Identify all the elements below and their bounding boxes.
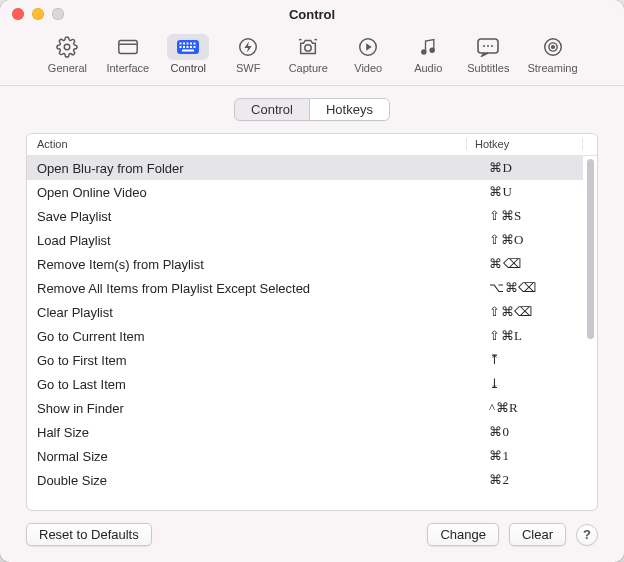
svg-rect-6 <box>187 43 189 45</box>
column-header-spacer <box>583 138 597 150</box>
table-row[interactable]: Save Playlist⇧⌘S <box>27 204 583 228</box>
svg-point-22 <box>487 45 489 47</box>
svg-rect-5 <box>183 43 185 45</box>
table-row[interactable]: Double Size⌘2 <box>27 468 583 492</box>
cell-action: Normal Size <box>27 449 481 464</box>
cell-action: Go to Current Item <box>27 329 481 344</box>
toolbar-label: Audio <box>414 62 442 74</box>
table-row[interactable]: Remove Item(s) from Playlist⌘⌫ <box>27 252 583 276</box>
svg-rect-11 <box>187 46 189 48</box>
toolbar-item-subtitles[interactable]: Subtitles <box>459 30 517 77</box>
window-controls <box>0 8 64 20</box>
svg-rect-9 <box>180 46 182 48</box>
cell-action: Double Size <box>27 473 481 488</box>
cell-hotkey: ⌘D <box>481 160 583 176</box>
cell-hotkey: ⤒ <box>481 352 583 368</box>
table-row[interactable]: Show in Finder^⌘R <box>27 396 583 420</box>
cell-hotkey: ⇧⌘S <box>481 208 583 224</box>
cell-hotkey: ⌘U <box>481 184 583 200</box>
cell-hotkey: ^⌘R <box>481 400 583 416</box>
cell-action: Open Blu-ray from Folder <box>27 161 481 176</box>
toolbar-label: Streaming <box>527 62 577 74</box>
table-row[interactable]: Go to Current Item⇧⌘L <box>27 324 583 348</box>
toolbar-item-swf[interactable]: SWF <box>219 30 277 77</box>
note-icon <box>407 34 449 60</box>
toolbar-label: General <box>48 62 87 74</box>
cell-hotkey: ⌘0 <box>481 424 583 440</box>
toolbar-item-streaming[interactable]: Streaming <box>519 30 585 77</box>
table-body[interactable]: Open Blu-ray from Folder⌘DOpen Online Vi… <box>27 156 597 510</box>
cell-action: Go to Last Item <box>27 377 481 392</box>
cell-action: Open Online Video <box>27 185 481 200</box>
cell-action: Half Size <box>27 425 481 440</box>
toolbar-item-general[interactable]: General <box>38 30 96 77</box>
change-button[interactable]: Change <box>427 523 499 546</box>
svg-rect-8 <box>194 43 196 45</box>
window-title: Control <box>0 7 624 22</box>
table-row[interactable]: Normal Size⌘1 <box>27 444 583 468</box>
preferences-toolbar: GeneralInterfaceControlSWFCaptureVideoAu… <box>0 28 624 86</box>
table-row[interactable]: Open Online Video⌘U <box>27 180 583 204</box>
tab-control[interactable]: Control <box>235 99 309 120</box>
cast-icon <box>532 34 574 60</box>
toolbar-item-interface[interactable]: Interface <box>98 30 157 77</box>
svg-point-18 <box>422 50 426 54</box>
minimize-window-button[interactable] <box>32 8 44 20</box>
svg-point-21 <box>483 45 485 47</box>
preferences-window: Control GeneralInterfaceControlSWFCaptur… <box>0 0 624 562</box>
close-window-button[interactable] <box>12 8 24 20</box>
svg-point-26 <box>551 46 554 49</box>
table-row[interactable]: Load Playlist⇧⌘O <box>27 228 583 252</box>
column-header-hotkey[interactable]: Hotkey <box>467 138 583 150</box>
column-header-action[interactable]: Action <box>27 138 467 150</box>
cell-hotkey: ⇧⌘L <box>481 328 583 344</box>
tab-hotkeys[interactable]: Hotkeys <box>309 99 389 120</box>
flash-icon <box>227 34 269 60</box>
cell-hotkey: ⤓ <box>481 376 583 392</box>
clear-button[interactable]: Clear <box>509 523 566 546</box>
help-button[interactable]: ? <box>576 524 598 546</box>
svg-point-0 <box>65 44 71 50</box>
toolbar-item-audio[interactable]: Audio <box>399 30 457 77</box>
scrollbar-thumb[interactable] <box>587 159 594 339</box>
toolbar-label: Control <box>171 62 206 74</box>
svg-rect-10 <box>183 46 185 48</box>
toolbar-item-video[interactable]: Video <box>339 30 397 77</box>
svg-rect-4 <box>180 43 182 45</box>
cell-action: Save Playlist <box>27 209 481 224</box>
keyboard-icon <box>167 34 209 60</box>
svg-point-16 <box>305 45 311 51</box>
svg-rect-1 <box>119 41 137 54</box>
table-row[interactable]: Clear Playlist⇧⌘⌫ <box>27 300 583 324</box>
table-row[interactable]: Open Blu-ray from Folder⌘D <box>27 156 583 180</box>
reset-to-defaults-button[interactable]: Reset to Defaults <box>26 523 152 546</box>
table-row[interactable]: Go to First Item⤒ <box>27 348 583 372</box>
table-row[interactable]: Remove All Items from Playlist Except Se… <box>27 276 583 300</box>
window-icon <box>107 34 149 60</box>
toolbar-label: Video <box>354 62 382 74</box>
cell-hotkey: ⌘⌫ <box>481 256 583 272</box>
cell-action: Load Playlist <box>27 233 481 248</box>
cell-action: Clear Playlist <box>27 305 481 320</box>
svg-rect-13 <box>194 46 196 48</box>
cell-action: Show in Finder <box>27 401 481 416</box>
titlebar: Control <box>0 0 624 28</box>
toolbar-label: Subtitles <box>467 62 509 74</box>
content-area: Control Hotkeys Action Hotkey Open Blu-r… <box>0 86 624 562</box>
cell-hotkey: ⌘2 <box>481 472 583 488</box>
table-row[interactable]: Go to Last Item⤓ <box>27 372 583 396</box>
toolbar-item-control[interactable]: Control <box>159 30 217 77</box>
segmented-tabs: Control Hotkeys <box>234 98 390 121</box>
table-row[interactable]: Half Size⌘0 <box>27 420 583 444</box>
camera-icon <box>287 34 329 60</box>
svg-rect-14 <box>182 50 194 52</box>
gear-icon <box>46 34 88 60</box>
svg-rect-7 <box>190 43 192 45</box>
zoom-window-button <box>52 8 64 20</box>
cell-action: Remove Item(s) from Playlist <box>27 257 481 272</box>
cell-action: Remove All Items from Playlist Except Se… <box>27 281 481 296</box>
svg-rect-12 <box>190 46 192 48</box>
svg-point-23 <box>491 45 493 47</box>
cell-hotkey: ⇧⌘O <box>481 232 583 248</box>
toolbar-item-capture[interactable]: Capture <box>279 30 337 77</box>
